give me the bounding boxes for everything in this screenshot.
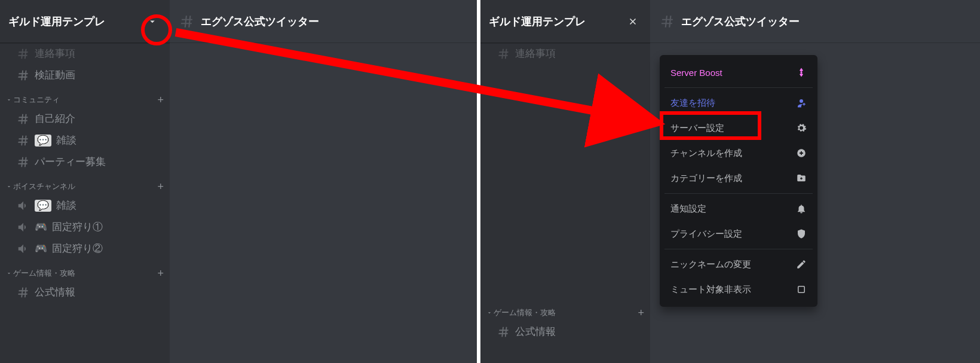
chat-header: エグゾス公式ツイッター: [650, 0, 980, 43]
category-header[interactable]: コミュニティ+: [0, 86, 170, 108]
voice-channel[interactable]: 🎮固定狩り②: [5, 238, 165, 259]
hash-icon: [497, 47, 510, 60]
panel-left: ギルド運用テンプレ 連絡事項検証動画コミュニティ+自己紹介💬雑談パーティー募集ボ…: [0, 0, 477, 363]
text-channel[interactable]: 連絡事項: [485, 43, 645, 64]
hash-icon: [17, 134, 30, 147]
menu-item-folder-plus[interactable]: カテゴリーを作成: [664, 166, 813, 191]
menu-item-bell[interactable]: 通知設定: [664, 196, 813, 221]
channel-label: 連絡事項: [515, 47, 556, 60]
add-channel-button[interactable]: +: [153, 96, 164, 103]
server-sidebar: ギルド運用テンプレ 連絡事項ゲーム情報・攻略+公式情報: [480, 0, 650, 363]
text-channel[interactable]: パーティー募集: [5, 151, 165, 172]
server-name: ギルド運用テンプレ: [489, 14, 586, 29]
chevron-down-icon: [486, 310, 492, 316]
chat-title: エグゾス公式ツイッター: [681, 14, 800, 29]
shield-icon: [796, 228, 807, 239]
hash-icon: [497, 325, 510, 338]
category-header[interactable]: ゲーム情報・攻略+: [0, 260, 170, 281]
annotation-rect: [660, 111, 761, 140]
chat-area: エグゾス公式ツイッター: [170, 0, 477, 363]
chat-body: [170, 43, 477, 363]
channel-label: 固定狩り②: [52, 242, 103, 255]
menu-item-label: プライバシー設定: [670, 228, 742, 240]
channel-label: 雑談: [56, 133, 76, 147]
category-label: コミュニティ: [13, 94, 153, 105]
menu-item-plus-circle[interactable]: チャンネルを作成: [664, 141, 813, 166]
server-dropdown-menu: Server Boost友達を招待サーバー設定チャンネルを作成カテゴリーを作成通…: [660, 55, 817, 307]
menu-item-square[interactable]: ミュート対象非表示: [664, 277, 813, 302]
channel-label: パーティー募集: [35, 155, 106, 169]
voice-channel[interactable]: 💬雑談: [5, 195, 165, 216]
category-label: ゲーム情報・攻略: [13, 268, 153, 279]
server-name: ギルド運用テンプレ: [8, 14, 105, 29]
server-sidebar: ギルド運用テンプレ 連絡事項検証動画コミュニティ+自己紹介💬雑談パーティー募集ボ…: [0, 0, 170, 363]
text-channel[interactable]: 💬雑談: [5, 130, 165, 151]
menu-item-label: ニックネームの変更: [670, 259, 751, 270]
invite-icon: [796, 97, 807, 108]
chat-title: エグゾス公式ツイッター: [201, 14, 319, 29]
voice-channel[interactable]: 🎮固定狩り①: [5, 216, 165, 237]
hash-icon: [17, 112, 30, 126]
chat-header: エグゾス公式ツイッター: [170, 0, 477, 43]
plus-circle-icon: [796, 148, 807, 158]
hash-icon: [17, 286, 30, 299]
channel-list: 連絡事項ゲーム情報・攻略+公式情報: [480, 43, 650, 363]
channel-label: 連絡事項: [35, 47, 75, 60]
server-header[interactable]: ギルド運用テンプレ: [480, 0, 650, 43]
text-channel[interactable]: 自己紹介: [5, 108, 165, 129]
close-icon: [628, 17, 638, 26]
folder-plus-icon: [796, 173, 807, 184]
menu-item-label: カテゴリーを作成: [670, 173, 742, 184]
menu-item-label: ミュート対象非表示: [670, 284, 751, 295]
add-channel-button[interactable]: +: [633, 309, 644, 316]
text-channel[interactable]: 公式情報: [5, 282, 165, 303]
text-channel[interactable]: 連絡事項: [5, 43, 165, 64]
channel-label: 雑談: [56, 199, 76, 212]
text-channel[interactable]: 公式情報: [485, 321, 645, 342]
gamepad-icon: 🎮: [35, 242, 47, 255]
server-dropdown-close[interactable]: [624, 13, 642, 30]
menu-item-label: Server Boost: [670, 68, 722, 78]
boost-icon: [796, 67, 807, 78]
speech-chip-icon: 💬: [35, 135, 51, 147]
add-channel-button[interactable]: +: [153, 183, 164, 190]
menu-item-pencil[interactable]: ニックネームの変更: [664, 252, 813, 277]
square-icon: [796, 284, 807, 295]
channel-label: 自己紹介: [35, 112, 75, 126]
menu-separator: [664, 87, 813, 88]
channel-list: 連絡事項検証動画コミュニティ+自己紹介💬雑談パーティー募集ボイスチャンネル+💬雑…: [0, 43, 170, 363]
annotation-circle: [141, 14, 172, 45]
svg-rect-2: [798, 286, 805, 293]
add-channel-button[interactable]: +: [153, 270, 164, 277]
category-header[interactable]: ボイスチャンネル+: [0, 173, 170, 194]
category-label: ボイスチャンネル: [13, 181, 153, 192]
hash-icon: [17, 69, 30, 82]
chevron-down-icon: [6, 184, 12, 190]
channel-label: 公式情報: [515, 325, 556, 338]
menu-item-label: チャンネルを作成: [670, 148, 742, 159]
gear-icon: [796, 123, 807, 133]
hash-icon: [17, 47, 30, 60]
category-header[interactable]: ゲーム情報・攻略+: [480, 299, 650, 321]
hash-icon: [17, 155, 30, 169]
svg-point-0: [800, 71, 802, 73]
speech-chip-icon: 💬: [35, 200, 51, 212]
menu-item-shield[interactable]: プライバシー設定: [664, 221, 813, 246]
pencil-icon: [796, 259, 807, 270]
text-channel[interactable]: 検証動画: [5, 65, 165, 86]
menu-separator: [664, 193, 813, 194]
menu-item-label: 通知設定: [670, 203, 706, 215]
speaker-icon: [17, 242, 30, 255]
channel-label: 検証動画: [35, 68, 75, 82]
hash-icon: [660, 14, 675, 29]
hash-icon: [179, 14, 195, 29]
menu-item-label: 友達を招待: [670, 97, 715, 109]
chevron-down-icon: [6, 97, 12, 103]
speaker-icon: [17, 221, 30, 234]
bell-icon: [796, 203, 807, 214]
chevron-down-icon: [6, 270, 12, 276]
menu-item-boost[interactable]: Server Boost: [664, 60, 813, 85]
channel-label: 公式情報: [35, 285, 75, 299]
channel-label: 固定狩り①: [52, 220, 103, 234]
category-label: ゲーム情報・攻略: [494, 307, 633, 318]
